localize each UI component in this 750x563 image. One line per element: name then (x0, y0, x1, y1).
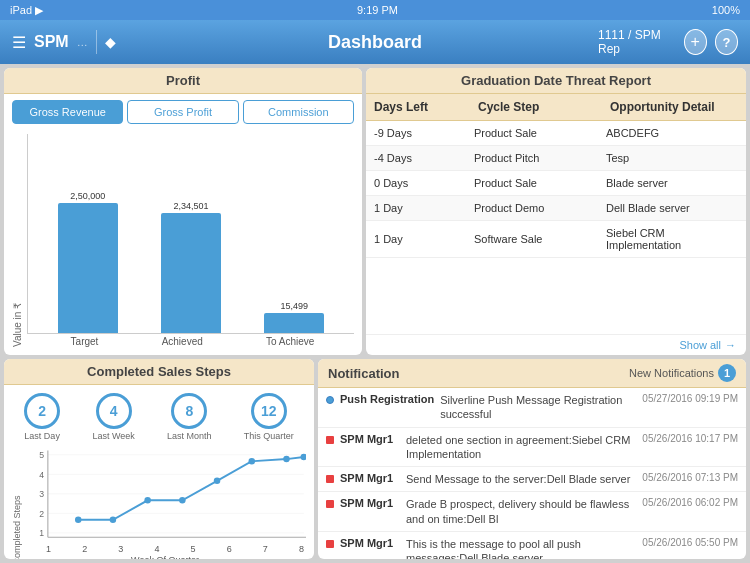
bar-toachieve: 15,499 (264, 301, 324, 333)
week-8: 8 (299, 544, 304, 554)
x-label-achieved: Achieved (162, 336, 203, 347)
week-2: 2 (82, 544, 87, 554)
notif-icon-2 (326, 475, 334, 483)
week-1: 1 (46, 544, 51, 554)
notif-time-4: 05/26/2016 05:50 PM (642, 537, 738, 548)
days-0: -9 Days (374, 127, 474, 139)
notification-badge: 1 (718, 364, 736, 382)
circle-thisquarter: 12 (251, 393, 287, 429)
bar-target-rect (58, 203, 118, 333)
profit-title: Profit (4, 68, 362, 94)
x-axis-weeks: 1 2 3 4 5 6 7 8 (24, 544, 306, 554)
svg-point-15 (179, 497, 186, 504)
grad-row-2: 0 Days Product Sale Blade server (366, 171, 746, 196)
notif-row-2: SPM Mgr1 Send Message to the server:Dell… (318, 467, 746, 492)
stat-lastweek: 4 Last Week (92, 393, 134, 441)
notification-badge-container: New Notifications 1 (629, 364, 736, 382)
status-bar: iPad ▶ 9:19 PM 100% (0, 0, 750, 20)
week-4: 4 (154, 544, 159, 554)
bar-label-target: 2,50,000 (70, 191, 105, 201)
tab-gross-revenue[interactable]: Gross Revenue (12, 100, 123, 124)
detail-0: ABCDEFG (606, 127, 738, 139)
svg-point-13 (110, 517, 117, 524)
step-4: Software Sale (474, 233, 606, 245)
status-left: iPad ▶ (10, 4, 43, 17)
col-step: Cycle Step (478, 100, 606, 114)
step-0: Product Sale (474, 127, 606, 139)
week-5: 5 (191, 544, 196, 554)
circle-lastmonth: 8 (171, 393, 207, 429)
show-all-label: Show all (679, 339, 721, 351)
status-right: 100% (712, 4, 740, 16)
profit-tabs: Gross Revenue Gross Profit Commission (4, 94, 362, 130)
sales-card: Completed Sales Steps 2 Last Day 4 Last … (4, 359, 314, 559)
x-axis-title: Week Of Quarter (24, 555, 306, 559)
add-button[interactable]: + (684, 29, 707, 55)
label-lastday: Last Day (24, 431, 60, 441)
graduation-header: Days Left Cycle Step Opportunity Detail (366, 94, 746, 121)
header-left: ☰ SPM … ◆ (12, 30, 152, 54)
notif-sender-1: SPM Mgr1 (340, 433, 400, 445)
stats-row: 2 Last Day 4 Last Week 8 Last Month 12 T… (4, 385, 314, 445)
menu-icon[interactable]: ☰ (12, 33, 26, 52)
bar-target: 2,50,000 (58, 191, 118, 333)
week-6: 6 (227, 544, 232, 554)
header-right: 1111 / SPM Rep + ? (598, 28, 738, 56)
logo-suffix: … (77, 36, 88, 48)
show-all-button[interactable]: Show all → (366, 334, 746, 355)
detail-3: Dell Blade server (606, 202, 738, 214)
days-4: 1 Day (374, 233, 474, 245)
col-detail: Opportunity Detail (610, 100, 738, 114)
line-chart-area: Completed Steps 5 4 3 2 1 (4, 445, 314, 559)
detail-4: Siebel CRM Implementation (606, 227, 738, 251)
new-notifications-label: New Notifications (629, 367, 714, 379)
svg-point-14 (144, 497, 151, 504)
user-info: 1111 / SPM Rep (598, 28, 676, 56)
bottom-row: Completed Sales Steps 2 Last Day 4 Last … (4, 359, 746, 559)
graduation-rows: -9 Days Product Sale ABCDEFG -4 Days Pro… (366, 121, 746, 334)
stat-thisquarter: 12 This Quarter (244, 393, 294, 441)
x-axis-labels: Target Achieved To Achieve (31, 334, 354, 347)
col-days: Days Left (374, 100, 474, 114)
notif-msg-3: Grade B prospect, delivery should be fla… (406, 497, 636, 526)
days-1: -4 Days (374, 152, 474, 164)
notif-msg-1: deleted one section in agreement:Siebel … (406, 433, 636, 462)
label-thisquarter: This Quarter (244, 431, 294, 441)
week-7: 7 (263, 544, 268, 554)
notif-row-4: SPM Mgr1 This is the message to pool all… (318, 532, 746, 559)
svg-text:2: 2 (39, 509, 44, 519)
notif-sender-4: SPM Mgr1 (340, 537, 400, 549)
bar-toachieve-rect (264, 313, 324, 333)
tab-commission[interactable]: Commission (243, 100, 354, 124)
label-lastmonth: Last Month (167, 431, 212, 441)
header-title: Dashboard (152, 32, 598, 53)
notif-time-3: 05/26/2016 06:02 PM (642, 497, 738, 508)
notif-sender-2: SPM Mgr1 (340, 472, 400, 484)
bars-container: 2,50,000 2,34,501 15,499 (27, 134, 354, 334)
notif-icon-3 (326, 500, 334, 508)
chart-inner: 2,50,000 2,34,501 15,499 Tar (27, 134, 354, 347)
step-3: Product Demo (474, 202, 606, 214)
detail-2: Blade server (606, 177, 738, 189)
y-axis-label: Value in ₹ (12, 134, 23, 347)
top-row: Profit Gross Revenue Gross Profit Commis… (4, 68, 746, 355)
diamond-icon: ◆ (105, 34, 116, 50)
svg-text:1: 1 (39, 528, 44, 538)
notif-row-3: SPM Mgr1 Grade B prospect, delivery shou… (318, 492, 746, 532)
notif-icon-4 (326, 540, 334, 548)
notification-card: Notification New Notifications 1 Push Re… (318, 359, 746, 559)
svg-point-18 (283, 456, 290, 463)
notif-icon-0 (326, 396, 334, 404)
status-time: 9:19 PM (357, 4, 398, 16)
days-3: 1 Day (374, 202, 474, 214)
line-chart-inner: 5 4 3 2 1 (24, 445, 306, 559)
ipad-label: iPad ▶ (10, 4, 43, 17)
tab-gross-profit[interactable]: Gross Profit (127, 100, 238, 124)
profit-card: Profit Gross Revenue Gross Profit Commis… (4, 68, 362, 355)
days-2: 0 Days (374, 177, 474, 189)
help-button[interactable]: ? (715, 29, 738, 55)
notification-header: Notification New Notifications 1 (318, 359, 746, 388)
main-content: Profit Gross Revenue Gross Profit Commis… (0, 64, 750, 563)
notif-msg-4: This is the message to pool all push mes… (406, 537, 636, 559)
battery-label: 100% (712, 4, 740, 16)
